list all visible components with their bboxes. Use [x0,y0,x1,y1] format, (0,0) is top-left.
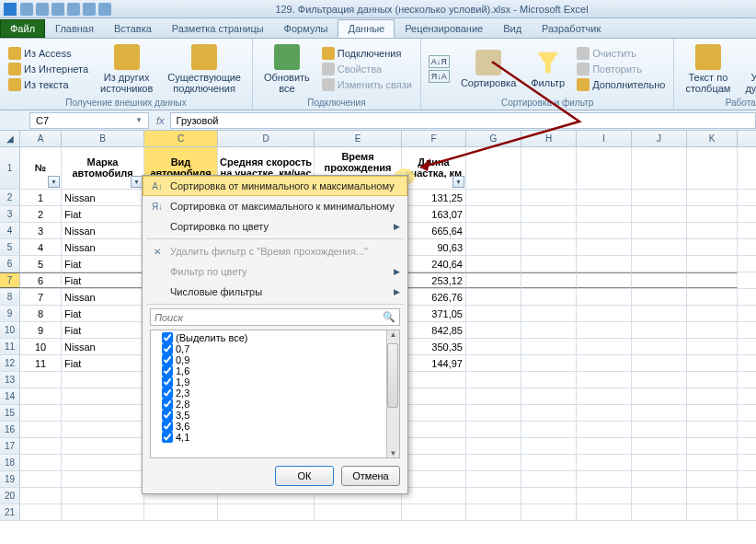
cell[interactable] [521,256,577,272]
cell[interactable] [632,388,687,404]
cell[interactable] [577,239,632,255]
row-head[interactable]: 8 [0,289,20,305]
checkbox[interactable] [162,332,173,343]
cell[interactable] [402,488,466,503]
cell[interactable] [577,438,632,454]
cell[interactable] [521,422,577,437]
cell[interactable] [577,206,632,222]
cell[interactable] [687,190,738,205]
cell[interactable] [466,438,521,454]
row-head[interactable]: 18 [0,455,20,470]
quick-access[interactable] [20,3,111,16]
cell-brand[interactable]: Nissan [62,223,144,238]
row-head[interactable]: 15 [0,405,20,421]
refresh-all-button[interactable]: Обновить все [258,42,315,96]
cell-number[interactable]: 11 [20,355,62,371]
cell[interactable] [687,147,738,189]
cell-brand[interactable]: Fiat [62,256,144,272]
cell[interactable] [402,388,466,404]
col-head-F[interactable]: F [402,131,466,146]
row-head[interactable]: 21 [0,504,20,520]
cell[interactable] [577,306,632,321]
other-sources-button[interactable]: Из других источников [95,42,158,96]
cell-length[interactable]: 626,76 [402,289,466,305]
cell[interactable] [577,339,632,354]
cell-number[interactable]: 9 [20,322,62,338]
cell[interactable] [62,405,144,421]
col-head-A[interactable]: A [20,131,62,146]
row-head[interactable]: 13 [0,372,20,388]
cell[interactable] [577,355,632,371]
row-head[interactable]: 9 [0,306,20,321]
cell-number[interactable]: 3 [20,223,62,238]
cell[interactable] [632,322,687,338]
cell[interactable] [402,455,466,470]
filter-values-list[interactable]: (Выделить все) 0,70,91,61,92,32,83,53,64… [150,330,400,458]
cell[interactable] [20,471,62,487]
cell[interactable] [632,504,687,520]
filter-value-checkbox[interactable]: 1,9 [162,376,399,388]
cell[interactable] [577,147,632,189]
cell-number[interactable]: 10 [20,339,62,354]
row-head[interactable]: 4 [0,223,20,238]
cell[interactable] [466,256,521,272]
row-head[interactable]: 7 [0,272,20,288]
cell-length[interactable]: 253,12 [402,272,466,288]
cell[interactable] [632,438,687,454]
cell[interactable] [466,422,521,437]
cell[interactable] [466,190,521,205]
cell[interactable] [62,438,144,454]
filter-arrow-icon[interactable]: ▼ [452,176,464,188]
cell[interactable] [521,322,577,338]
formula-input[interactable]: Грузовой [170,112,756,129]
cell[interactable] [466,206,521,222]
chevron-down-icon[interactable]: ▼ [135,116,143,124]
cell-brand[interactable]: Nissan [62,239,144,255]
row-head[interactable]: 6 [0,256,20,272]
cell[interactable] [577,372,632,388]
cell[interactable] [632,405,687,421]
cell-number[interactable]: 2 [20,206,62,222]
filter-button[interactable]: Фильтр [525,48,570,90]
cell[interactable] [521,239,577,255]
cell[interactable] [577,455,632,470]
cell[interactable] [632,289,687,305]
cell-brand[interactable]: Fiat [62,272,144,288]
cell[interactable] [62,388,144,404]
col-head-D[interactable]: D [218,131,315,146]
sort-button[interactable]: Сортировка [455,48,521,90]
cell[interactable] [632,206,687,222]
cell[interactable] [521,223,577,238]
row-head[interactable]: 14 [0,388,20,404]
cell[interactable] [521,372,577,388]
row-head[interactable]: 16 [0,422,20,437]
cancel-button[interactable]: Отмена [341,466,400,486]
cell[interactable] [577,223,632,238]
row-head[interactable]: 1 [0,147,20,189]
cell[interactable] [632,256,687,272]
cell-length[interactable]: 371,05 [402,306,466,321]
cell[interactable] [687,504,738,520]
cell[interactable] [315,504,402,520]
cell[interactable] [632,306,687,321]
cell-length[interactable]: 665,64 [402,223,466,238]
cell-brand[interactable]: Fiat [62,306,144,321]
sort-ascending-item[interactable]: А↓Сортировка от минимального к максималь… [143,176,407,196]
cell[interactable] [577,190,632,205]
cell[interactable] [521,405,577,421]
col-head-E[interactable]: E [315,131,402,146]
tab-layout[interactable]: Разметка страницы [162,19,274,38]
cell[interactable] [466,355,521,371]
row-head[interactable]: 10 [0,322,20,338]
filter-arrow-icon[interactable]: ▼ [48,176,60,188]
cell[interactable] [521,488,577,503]
col-head-I[interactable]: I [577,131,632,146]
filter-value-checkbox[interactable]: 3,6 [162,421,399,432]
file-tab[interactable]: Файл [0,19,45,38]
cell[interactable] [402,422,466,437]
cell[interactable] [687,372,738,388]
cell[interactable] [20,488,62,503]
from-access-button[interactable]: Из Access [6,46,91,61]
cell[interactable] [577,488,632,503]
cell[interactable] [632,223,687,238]
